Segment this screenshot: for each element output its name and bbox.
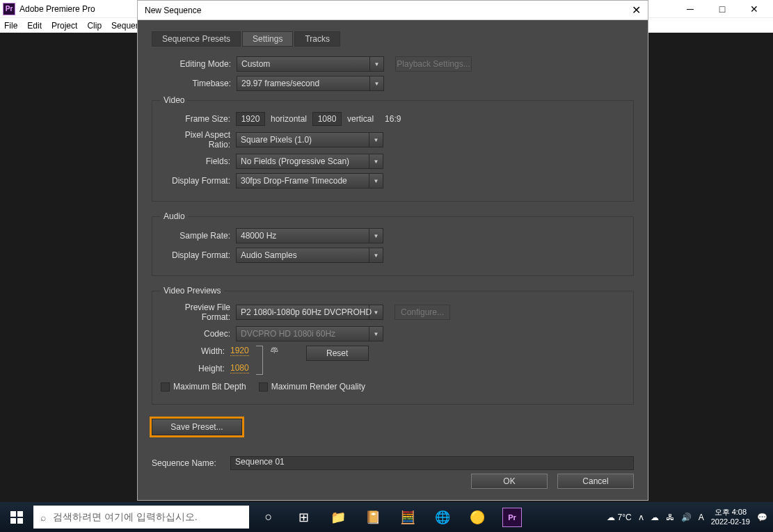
max-render-quality-label: Maximum Render Quality — [271, 382, 371, 392]
tab-tracks[interactable]: Tracks — [294, 31, 340, 47]
chevron-down-icon: ▼ — [369, 248, 383, 262]
taskbar-clock[interactable]: 오후 4:08 2022-02-19 — [711, 508, 750, 526]
menu-sequence[interactable]: Sequer — [111, 21, 138, 31]
sample-rate-dropdown[interactable]: 48000 Hz▼ — [236, 228, 383, 243]
frame-height-input[interactable]: 1080 — [312, 112, 342, 126]
minimize-button[interactable]: ─ — [674, 0, 706, 17]
chrome-icon[interactable]: 🟡 — [468, 508, 487, 527]
premiere-icon: Pr — [3, 3, 15, 15]
chevron-down-icon: ▼ — [369, 229, 383, 243]
svg-rect-2 — [10, 518, 16, 524]
task-view-icon[interactable]: ⊞ — [294, 508, 313, 527]
menu-project[interactable]: Project — [51, 21, 77, 31]
frame-width-input[interactable]: 1920 — [236, 112, 265, 126]
video-group: Video Frame Size: 1920 horizontal 1080 v… — [152, 95, 634, 202]
vertical-label: vertical — [342, 114, 379, 124]
video-previews-legend: Video Previews — [161, 286, 224, 296]
dialog-title: New Sequence — [145, 6, 632, 15]
chevron-down-icon: ▼ — [369, 174, 383, 188]
sequence-name-label: Sequence Name: — [152, 458, 230, 468]
audio-legend: Audio — [161, 211, 188, 221]
notifications-icon[interactable]: 💬 — [757, 513, 767, 522]
max-bit-depth-label: Maximum Bit Depth — [173, 382, 252, 392]
video-display-format-dropdown[interactable]: 30fps Drop-Frame Timecode▼ — [236, 173, 383, 188]
max-render-quality-checkbox[interactable] — [259, 382, 268, 392]
sequence-name-input[interactable]: Sequence 01 — [230, 456, 634, 470]
aspect-ratio-display: 16:9 — [379, 114, 406, 124]
fields-label: Fields: — [161, 156, 236, 166]
codec-label: Codec: — [161, 329, 236, 339]
taskbar-search[interactable]: ⌕ 검색하려면 여기에 입력하십시오. — [33, 506, 249, 529]
preview-height-value[interactable]: 1080 — [230, 363, 249, 373]
file-explorer-icon[interactable]: 📁 — [328, 508, 348, 527]
dialog-close-button[interactable]: ✕ — [632, 3, 641, 17]
ime-indicator[interactable]: A — [699, 513, 704, 522]
chevron-down-icon: ▼ — [369, 76, 383, 90]
frame-size-label: Frame Size: — [161, 114, 236, 124]
save-preset-button[interactable]: Save Preset... — [152, 419, 242, 435]
menu-edit[interactable]: Edit — [27, 21, 42, 31]
svg-rect-1 — [17, 511, 23, 517]
editing-mode-dropdown[interactable]: Custom▼ — [237, 56, 384, 72]
ok-button[interactable]: OK — [471, 474, 548, 489]
reset-button[interactable]: Reset — [306, 346, 369, 361]
menu-clip[interactable]: Clip — [87, 21, 102, 31]
preview-height-label: Height: — [189, 364, 230, 373]
preview-file-format-dropdown[interactable]: P2 1080i-1080p 60Hz DVCPROHD▼ — [236, 305, 383, 320]
weather-widget[interactable]: ☁ 7°C — [607, 513, 632, 522]
chevron-down-icon: ▼ — [369, 327, 383, 341]
cortana-icon[interactable]: ○ — [259, 508, 278, 527]
svg-rect-0 — [10, 511, 16, 517]
audio-group: Audio Sample Rate: 48000 Hz▼ Display For… — [152, 211, 634, 276]
preview-width-label: Width: — [189, 346, 230, 356]
search-placeholder: 검색하려면 여기에 입력하십시오. — [53, 511, 198, 524]
editing-mode-label: Editing Mode: — [152, 59, 237, 69]
chevron-down-icon: ▼ — [369, 154, 383, 168]
volume-icon[interactable]: 🔊 — [681, 513, 692, 522]
network-icon[interactable]: 🖧 — [666, 513, 674, 522]
video-legend: Video — [161, 95, 187, 105]
audio-display-format-label: Display Format: — [161, 250, 236, 260]
video-display-format-label: Display Format: — [161, 176, 236, 186]
taskbar: ⌕ 검색하려면 여기에 입력하십시오. ○ ⊞ 📁 📔 🧮 🌐 🟡 Pr ☁ 7… — [0, 502, 773, 532]
codec-dropdown: DVCPRO HD 1080i 60Hz▼ — [236, 326, 383, 341]
playback-settings-button: Playback Settings... — [395, 56, 472, 72]
tab-sequence-presets[interactable]: Sequence Presets — [152, 31, 241, 47]
tab-settings[interactable]: Settings — [242, 31, 293, 47]
preview-width-value[interactable]: 1920 — [230, 346, 249, 356]
maximize-button[interactable]: □ — [706, 0, 738, 17]
video-previews-group: Video Previews Preview File Format: P2 1… — [152, 286, 634, 405]
windows-icon — [10, 511, 23, 524]
chevron-down-icon: ▼ — [369, 57, 383, 71]
calculator-icon[interactable]: 🧮 — [398, 508, 417, 527]
search-icon: ⌕ — [40, 512, 46, 523]
tabs: Sequence Presets Settings Tracks — [152, 31, 634, 47]
horizontal-label: horizontal — [265, 114, 312, 124]
audio-display-format-dropdown[interactable]: Audio Samples▼ — [236, 248, 383, 263]
close-button[interactable]: ✕ — [738, 0, 770, 17]
menu-file[interactable]: File — [4, 21, 17, 31]
max-bit-depth-checkbox[interactable] — [161, 382, 170, 392]
dialog-titlebar: New Sequence ✕ — [138, 1, 648, 20]
cancel-button[interactable]: Cancel — [557, 474, 634, 489]
tray-chevron-icon[interactable]: ʌ — [639, 513, 644, 522]
fields-dropdown[interactable]: No Fields (Progressive Scan)▼ — [236, 154, 383, 169]
premiere-taskbar-icon[interactable]: Pr — [502, 508, 522, 527]
edge-icon[interactable]: 🌐 — [433, 508, 452, 527]
timebase-label: Timebase: — [152, 79, 237, 88]
chevron-down-icon: ▼ — [369, 305, 383, 319]
onedrive-icon[interactable]: ☁ — [651, 513, 659, 522]
start-button[interactable] — [0, 502, 33, 532]
configure-button: Configure... — [395, 305, 450, 320]
svg-rect-3 — [17, 518, 23, 524]
new-sequence-dialog: New Sequence ✕ Sequence Presets Settings… — [137, 0, 648, 501]
sample-rate-label: Sample Rate: — [161, 231, 236, 241]
par-label: Pixel Aspect Ratio: — [161, 130, 236, 150]
link-icon[interactable]: 𐄷 — [270, 346, 278, 355]
notepad-icon[interactable]: 📔 — [363, 508, 383, 527]
par-dropdown[interactable]: Square Pixels (1.0)▼ — [236, 132, 383, 147]
preview-file-format-label: Preview File Format: — [161, 303, 236, 322]
link-bracket — [256, 346, 263, 375]
dialog-body: Sequence Presets Settings Tracks Editing… — [138, 20, 648, 500]
timebase-dropdown[interactable]: 29.97 frames/second▼ — [237, 76, 384, 91]
